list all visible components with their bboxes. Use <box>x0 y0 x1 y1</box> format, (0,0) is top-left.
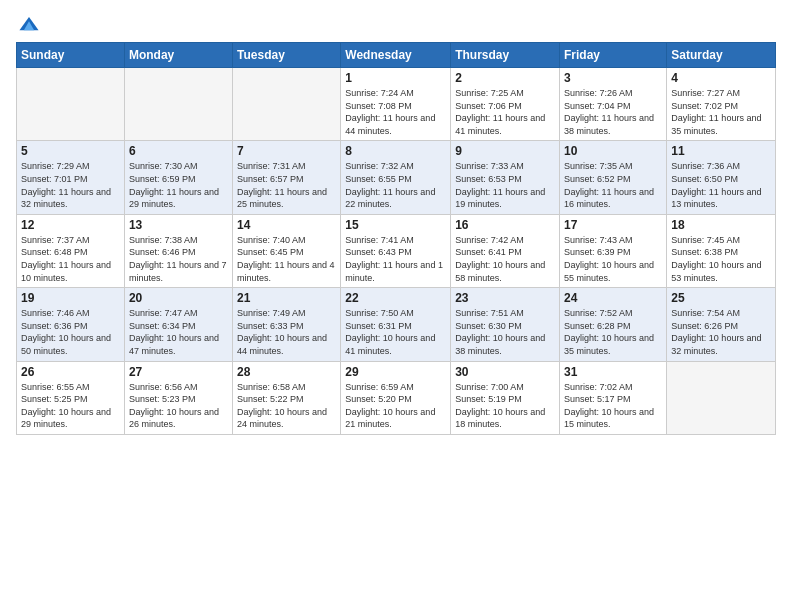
day-info: Sunrise: 6:59 AM Sunset: 5:20 PM Dayligh… <box>345 381 446 431</box>
calendar-cell: 9Sunrise: 7:33 AM Sunset: 6:53 PM Daylig… <box>451 141 560 214</box>
day-number: 14 <box>237 218 336 232</box>
day-number: 15 <box>345 218 446 232</box>
day-number: 26 <box>21 365 120 379</box>
day-number: 25 <box>671 291 771 305</box>
calendar-cell: 4Sunrise: 7:27 AM Sunset: 7:02 PM Daylig… <box>667 68 776 141</box>
calendar-cell: 19Sunrise: 7:46 AM Sunset: 6:36 PM Dayli… <box>17 288 125 361</box>
day-info: Sunrise: 7:00 AM Sunset: 5:19 PM Dayligh… <box>455 381 555 431</box>
day-info: Sunrise: 7:49 AM Sunset: 6:33 PM Dayligh… <box>237 307 336 357</box>
day-info: Sunrise: 7:52 AM Sunset: 6:28 PM Dayligh… <box>564 307 662 357</box>
calendar-cell <box>667 361 776 434</box>
calendar-cell <box>17 68 125 141</box>
calendar-cell: 27Sunrise: 6:56 AM Sunset: 5:23 PM Dayli… <box>124 361 232 434</box>
calendar-cell: 12Sunrise: 7:37 AM Sunset: 6:48 PM Dayli… <box>17 214 125 287</box>
week-row-2: 5Sunrise: 7:29 AM Sunset: 7:01 PM Daylig… <box>17 141 776 214</box>
day-info: Sunrise: 7:26 AM Sunset: 7:04 PM Dayligh… <box>564 87 662 137</box>
calendar-cell: 7Sunrise: 7:31 AM Sunset: 6:57 PM Daylig… <box>233 141 341 214</box>
day-info: Sunrise: 6:58 AM Sunset: 5:22 PM Dayligh… <box>237 381 336 431</box>
calendar-cell: 22Sunrise: 7:50 AM Sunset: 6:31 PM Dayli… <box>341 288 451 361</box>
day-info: Sunrise: 7:50 AM Sunset: 6:31 PM Dayligh… <box>345 307 446 357</box>
calendar-cell: 15Sunrise: 7:41 AM Sunset: 6:43 PM Dayli… <box>341 214 451 287</box>
calendar-cell: 24Sunrise: 7:52 AM Sunset: 6:28 PM Dayli… <box>560 288 667 361</box>
day-info: Sunrise: 7:29 AM Sunset: 7:01 PM Dayligh… <box>21 160 120 210</box>
day-number: 24 <box>564 291 662 305</box>
calendar-cell: 10Sunrise: 7:35 AM Sunset: 6:52 PM Dayli… <box>560 141 667 214</box>
day-info: Sunrise: 6:55 AM Sunset: 5:25 PM Dayligh… <box>21 381 120 431</box>
calendar-cell: 28Sunrise: 6:58 AM Sunset: 5:22 PM Dayli… <box>233 361 341 434</box>
day-number: 18 <box>671 218 771 232</box>
day-number: 2 <box>455 71 555 85</box>
day-info: Sunrise: 7:38 AM Sunset: 6:46 PM Dayligh… <box>129 234 228 284</box>
day-number: 3 <box>564 71 662 85</box>
day-number: 20 <box>129 291 228 305</box>
day-info: Sunrise: 7:35 AM Sunset: 6:52 PM Dayligh… <box>564 160 662 210</box>
calendar-cell: 16Sunrise: 7:42 AM Sunset: 6:41 PM Dayli… <box>451 214 560 287</box>
calendar-cell: 20Sunrise: 7:47 AM Sunset: 6:34 PM Dayli… <box>124 288 232 361</box>
calendar-cell <box>233 68 341 141</box>
calendar-cell: 26Sunrise: 6:55 AM Sunset: 5:25 PM Dayli… <box>17 361 125 434</box>
day-number: 13 <box>129 218 228 232</box>
weekday-header-wednesday: Wednesday <box>341 43 451 68</box>
day-number: 8 <box>345 144 446 158</box>
day-number: 21 <box>237 291 336 305</box>
day-number: 23 <box>455 291 555 305</box>
weekday-header-row: SundayMondayTuesdayWednesdayThursdayFrid… <box>17 43 776 68</box>
day-number: 17 <box>564 218 662 232</box>
weekday-header-thursday: Thursday <box>451 43 560 68</box>
calendar-cell: 2Sunrise: 7:25 AM Sunset: 7:06 PM Daylig… <box>451 68 560 141</box>
day-number: 11 <box>671 144 771 158</box>
calendar-table: SundayMondayTuesdayWednesdayThursdayFrid… <box>16 42 776 435</box>
day-info: Sunrise: 6:56 AM Sunset: 5:23 PM Dayligh… <box>129 381 228 431</box>
calendar-cell: 21Sunrise: 7:49 AM Sunset: 6:33 PM Dayli… <box>233 288 341 361</box>
calendar-cell: 23Sunrise: 7:51 AM Sunset: 6:30 PM Dayli… <box>451 288 560 361</box>
day-info: Sunrise: 7:33 AM Sunset: 6:53 PM Dayligh… <box>455 160 555 210</box>
weekday-header-saturday: Saturday <box>667 43 776 68</box>
day-number: 1 <box>345 71 446 85</box>
day-info: Sunrise: 7:46 AM Sunset: 6:36 PM Dayligh… <box>21 307 120 357</box>
calendar-cell: 31Sunrise: 7:02 AM Sunset: 5:17 PM Dayli… <box>560 361 667 434</box>
day-number: 19 <box>21 291 120 305</box>
day-number: 9 <box>455 144 555 158</box>
day-number: 16 <box>455 218 555 232</box>
day-info: Sunrise: 7:51 AM Sunset: 6:30 PM Dayligh… <box>455 307 555 357</box>
day-number: 27 <box>129 365 228 379</box>
calendar-cell <box>124 68 232 141</box>
week-row-1: 1Sunrise: 7:24 AM Sunset: 7:08 PM Daylig… <box>17 68 776 141</box>
day-number: 22 <box>345 291 446 305</box>
weekday-header-sunday: Sunday <box>17 43 125 68</box>
day-info: Sunrise: 7:40 AM Sunset: 6:45 PM Dayligh… <box>237 234 336 284</box>
weekday-header-monday: Monday <box>124 43 232 68</box>
calendar-cell: 8Sunrise: 7:32 AM Sunset: 6:55 PM Daylig… <box>341 141 451 214</box>
day-info: Sunrise: 7:02 AM Sunset: 5:17 PM Dayligh… <box>564 381 662 431</box>
day-number: 29 <box>345 365 446 379</box>
calendar-cell: 1Sunrise: 7:24 AM Sunset: 7:08 PM Daylig… <box>341 68 451 141</box>
logo-icon <box>18 14 40 36</box>
calendar-cell: 30Sunrise: 7:00 AM Sunset: 5:19 PM Dayli… <box>451 361 560 434</box>
week-row-5: 26Sunrise: 6:55 AM Sunset: 5:25 PM Dayli… <box>17 361 776 434</box>
day-info: Sunrise: 7:54 AM Sunset: 6:26 PM Dayligh… <box>671 307 771 357</box>
day-info: Sunrise: 7:43 AM Sunset: 6:39 PM Dayligh… <box>564 234 662 284</box>
calendar-cell: 3Sunrise: 7:26 AM Sunset: 7:04 PM Daylig… <box>560 68 667 141</box>
day-info: Sunrise: 7:25 AM Sunset: 7:06 PM Dayligh… <box>455 87 555 137</box>
day-number: 7 <box>237 144 336 158</box>
day-number: 4 <box>671 71 771 85</box>
day-info: Sunrise: 7:24 AM Sunset: 7:08 PM Dayligh… <box>345 87 446 137</box>
day-info: Sunrise: 7:41 AM Sunset: 6:43 PM Dayligh… <box>345 234 446 284</box>
day-info: Sunrise: 7:30 AM Sunset: 6:59 PM Dayligh… <box>129 160 228 210</box>
calendar-cell: 14Sunrise: 7:40 AM Sunset: 6:45 PM Dayli… <box>233 214 341 287</box>
day-info: Sunrise: 7:47 AM Sunset: 6:34 PM Dayligh… <box>129 307 228 357</box>
calendar-cell: 17Sunrise: 7:43 AM Sunset: 6:39 PM Dayli… <box>560 214 667 287</box>
calendar-cell: 11Sunrise: 7:36 AM Sunset: 6:50 PM Dayli… <box>667 141 776 214</box>
logo <box>16 14 40 36</box>
calendar-cell: 6Sunrise: 7:30 AM Sunset: 6:59 PM Daylig… <box>124 141 232 214</box>
day-info: Sunrise: 7:45 AM Sunset: 6:38 PM Dayligh… <box>671 234 771 284</box>
calendar-cell: 25Sunrise: 7:54 AM Sunset: 6:26 PM Dayli… <box>667 288 776 361</box>
day-number: 6 <box>129 144 228 158</box>
day-number: 30 <box>455 365 555 379</box>
page: SundayMondayTuesdayWednesdayThursdayFrid… <box>0 0 792 612</box>
day-info: Sunrise: 7:42 AM Sunset: 6:41 PM Dayligh… <box>455 234 555 284</box>
day-info: Sunrise: 7:32 AM Sunset: 6:55 PM Dayligh… <box>345 160 446 210</box>
calendar-cell: 5Sunrise: 7:29 AM Sunset: 7:01 PM Daylig… <box>17 141 125 214</box>
day-info: Sunrise: 7:37 AM Sunset: 6:48 PM Dayligh… <box>21 234 120 284</box>
week-row-4: 19Sunrise: 7:46 AM Sunset: 6:36 PM Dayli… <box>17 288 776 361</box>
